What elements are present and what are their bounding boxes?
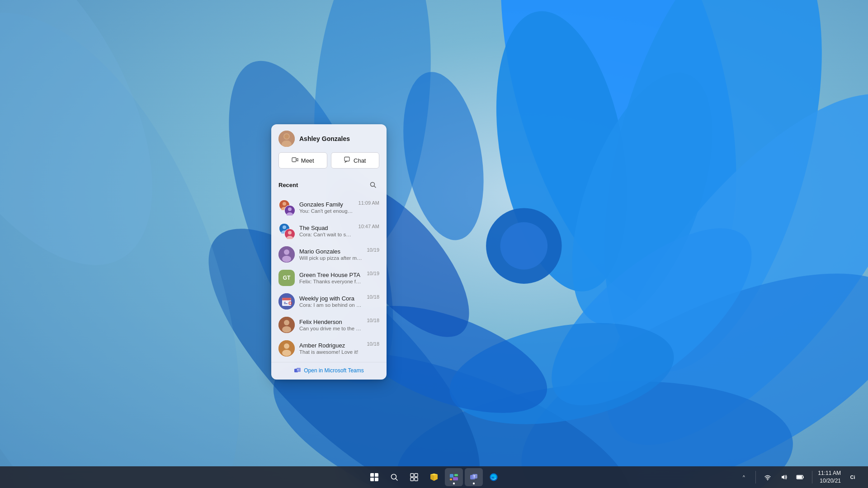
user-avatar xyxy=(278,131,295,147)
chat-label: Chat xyxy=(354,157,366,164)
system-clock[interactable]: 11:11 AM 10/20/21 xyxy=(818,469,841,485)
chat-name: The Squad xyxy=(299,225,354,231)
list-item[interactable]: GT Green Tree House PTA Felix: Thanks ev… xyxy=(271,266,387,290)
svg-line-28 xyxy=(374,186,376,188)
teams-chat-taskbar-button[interactable]: T xyxy=(465,468,483,486)
volume-tray-icon[interactable] xyxy=(778,471,790,483)
svg-point-58 xyxy=(282,350,291,356)
desktop-wallpaper xyxy=(0,0,868,488)
task-view-button[interactable] xyxy=(405,468,423,486)
user-avatar-image xyxy=(278,131,295,147)
svg-rect-66 xyxy=(410,478,414,481)
chat-time: 10/18 xyxy=(367,341,379,347)
taskbar: T ^ xyxy=(0,466,868,488)
svg-point-42 xyxy=(284,249,289,255)
svg-point-39 xyxy=(288,231,292,235)
svg-rect-25 xyxy=(292,158,296,162)
widgets-taskbar-button[interactable] xyxy=(445,468,463,486)
recent-label: Recent xyxy=(278,182,298,188)
chat-info: Amber Rodriguez That is awesome! Love it… xyxy=(299,342,362,355)
chat-header: Ashley Gonzales xyxy=(271,124,387,152)
chat-preview: Will pick up pizza after my practice. xyxy=(299,255,362,261)
svg-rect-79 xyxy=(803,477,804,478)
wifi-tray-icon[interactable] xyxy=(761,471,774,483)
svg-rect-78 xyxy=(797,476,802,479)
chat-name: Green Tree House PTA xyxy=(299,272,362,278)
list-item[interactable]: Amber Rodriguez That is awesome! Love it… xyxy=(271,337,387,360)
list-item[interactable]: Gonzales Family You: Can't get enough of… xyxy=(271,196,387,219)
edge-taskbar-button[interactable] xyxy=(485,468,503,486)
notification-tray-icon[interactable]: Ci xyxy=(844,471,861,483)
chat-preview: Cora: Can't wait to see everyone! xyxy=(299,232,354,237)
chat-time: 10:47 AM xyxy=(359,224,379,229)
chat-time: 10/18 xyxy=(367,318,379,323)
chat-time: 10/19 xyxy=(367,247,379,253)
chat-avatar-gonzales-family xyxy=(278,199,295,216)
list-item[interactable]: Mario Gonzales Will pick up pizza after … xyxy=(271,243,387,266)
clock-date: 10/20/21 xyxy=(818,477,841,485)
clock-time: 11:11 AM xyxy=(818,469,841,477)
open-teams-label: Open in Microsoft Teams xyxy=(304,367,364,374)
chat-name: Gonzales Family xyxy=(299,201,354,208)
chat-avatar-amber xyxy=(278,340,295,357)
chat-name: Amber Rodriguez xyxy=(299,342,362,349)
svg-point-30 xyxy=(283,202,286,206)
recent-header: Recent xyxy=(278,178,379,191)
tray-divider xyxy=(755,471,756,483)
list-item[interactable]: Weekly jog with Cora Cora: I am so behin… xyxy=(271,290,387,313)
start-button[interactable] xyxy=(365,468,383,486)
tray-divider-2 xyxy=(812,471,812,483)
svg-point-33 xyxy=(288,207,292,211)
chat-avatar-pta: GT xyxy=(278,270,295,286)
chat-preview: Felix: Thanks everyone for attending tod… xyxy=(299,279,362,284)
file-explorer-taskbar-button[interactable] xyxy=(425,468,443,486)
search-button[interactable] xyxy=(367,178,379,191)
chat-icon xyxy=(344,156,351,164)
chat-time: 10/18 xyxy=(367,294,379,300)
chat-info: Mario Gonzales Will pick up pizza after … xyxy=(299,248,362,261)
chat-info: Weekly jog with Cora Cora: I am so behin… xyxy=(299,295,362,308)
svg-point-18 xyxy=(500,222,548,270)
chat-info: Gonzales Family You: Can't get enough of… xyxy=(299,201,354,214)
chat-actions: Meet Chat xyxy=(271,152,387,175)
battery-tray-icon[interactable] xyxy=(794,471,807,483)
chat-info: Green Tree House PTA Felix: Thanks every… xyxy=(299,272,362,284)
chat-panel: Ashley Gonzales Meet Chat Rec xyxy=(271,124,387,380)
svg-point-54 xyxy=(284,320,289,325)
meet-button[interactable]: Meet xyxy=(278,152,327,169)
chat-preview: Cora: I am so behind on my step goals. xyxy=(299,302,362,308)
meet-icon xyxy=(292,156,298,164)
open-teams-button[interactable]: T Open in Microsoft Teams xyxy=(271,362,387,380)
svg-rect-26 xyxy=(344,157,349,161)
chat-avatar-jog xyxy=(278,293,295,310)
chevron-tray-button[interactable]: ^ xyxy=(737,471,750,483)
svg-rect-71 xyxy=(453,477,458,480)
meet-label: Meet xyxy=(301,157,314,164)
svg-rect-69 xyxy=(454,474,458,476)
chat-time: 10/19 xyxy=(367,271,379,276)
search-taskbar-button[interactable] xyxy=(385,468,403,486)
chat-preview: That is awesome! Love it! xyxy=(299,349,362,355)
svg-line-63 xyxy=(396,479,398,481)
svg-point-62 xyxy=(392,474,396,479)
svg-point-24 xyxy=(284,134,289,139)
svg-point-55 xyxy=(282,326,291,333)
chat-button[interactable]: Chat xyxy=(331,152,380,169)
taskbar-center: T xyxy=(365,468,503,486)
chat-info: Felix Henderson Can you drive me to the … xyxy=(299,319,362,331)
list-item[interactable]: Felix Henderson Can you drive me to the … xyxy=(271,313,387,337)
chat-list: Gonzales Family You: Can't get enough of… xyxy=(271,196,387,360)
chat-preview: Can you drive me to the PTA today? xyxy=(299,326,362,331)
svg-point-57 xyxy=(284,343,289,349)
svg-rect-67 xyxy=(415,478,418,481)
chat-avatar-felix xyxy=(278,317,295,333)
list-item[interactable]: The Squad Cora: Can't wait to see everyo… xyxy=(271,219,387,243)
user-name: Ashley Gonzales xyxy=(299,135,350,142)
recent-section: Recent xyxy=(271,175,387,196)
svg-rect-65 xyxy=(415,474,418,477)
svg-text:T: T xyxy=(297,369,299,371)
chat-time: 11:09 AM xyxy=(359,200,379,206)
svg-rect-68 xyxy=(450,474,453,478)
svg-rect-70 xyxy=(450,479,452,480)
chat-name: Mario Gonzales xyxy=(299,248,362,255)
